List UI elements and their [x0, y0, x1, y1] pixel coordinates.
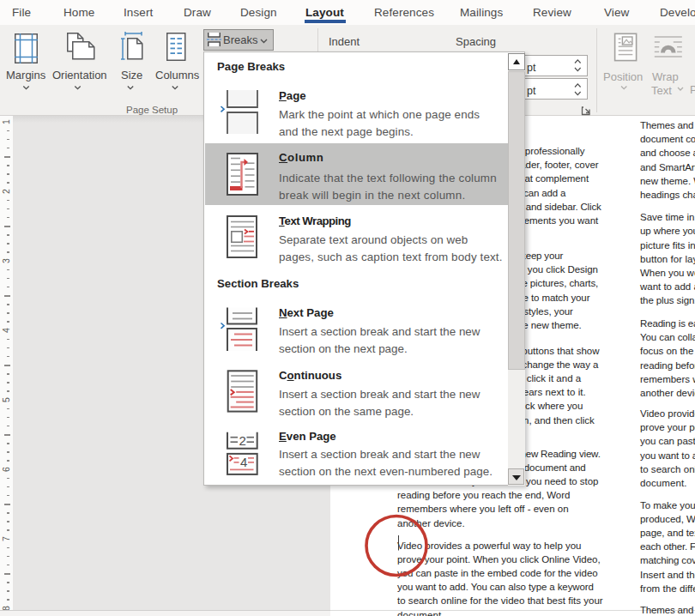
svg-text:4: 4 [240, 455, 247, 469]
svg-text:2: 2 [239, 433, 246, 448]
